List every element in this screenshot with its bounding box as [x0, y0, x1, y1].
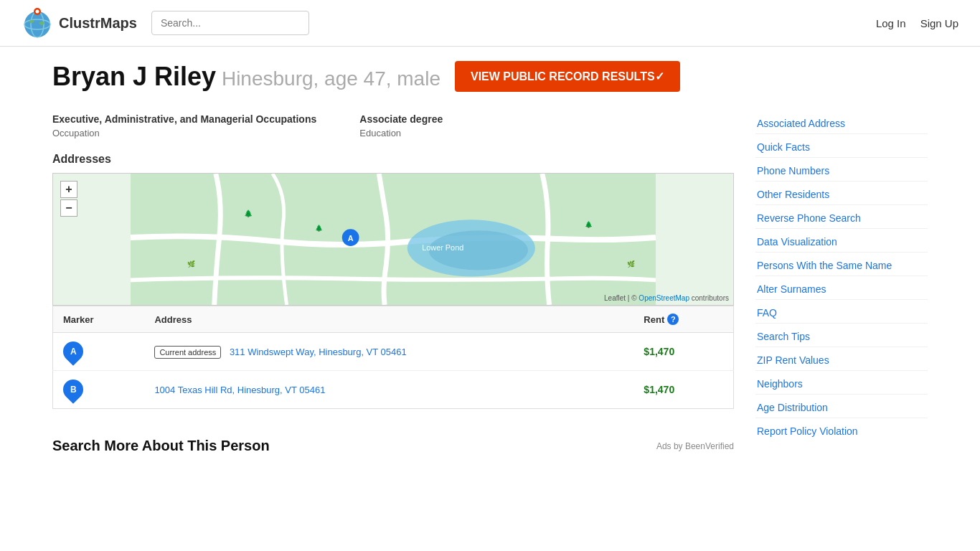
- sidebar-item-reverse-phone-search[interactable]: Reverse Phone Search: [755, 208, 928, 229]
- svg-text:🌿: 🌿: [187, 260, 196, 268]
- sidebar-item-neighbors[interactable]: Neighbors: [755, 374, 928, 395]
- svg-point-4: [36, 10, 39, 14]
- person-name: Bryan J Riley: [52, 62, 216, 91]
- header: ClustrMaps Log In Sign Up: [0, 0, 980, 47]
- sidebar-item-data-visualization[interactable]: Data Visualization: [755, 232, 928, 253]
- education-title: Associate degree: [359, 113, 443, 125]
- sidebar-item-quick-facts[interactable]: Quick Facts: [755, 137, 928, 158]
- address-cell-a: Current address 311 Windswept Way, Hines…: [144, 333, 633, 371]
- svg-text:A: A: [348, 234, 354, 242]
- rent-cell-a: $1,470: [633, 333, 733, 371]
- addresses-section-title: Addresses: [52, 153, 734, 166]
- sidebar-item-associated-address[interactable]: Associated Address: [755, 113, 928, 134]
- logo-area: ClustrMaps: [22, 7, 137, 39]
- rent-value-a: $1,470: [644, 346, 674, 357]
- col-address: Address: [144, 306, 633, 333]
- sidebar-item-alter-surnames[interactable]: Alter Surnames: [755, 279, 928, 300]
- search-more-header: Search More About This Person Ads by Bee…: [52, 438, 734, 454]
- col-marker: Marker: [53, 306, 145, 333]
- sidebar-nav: Associated Address Quick Facts Phone Num…: [755, 113, 928, 441]
- svg-text:🌲: 🌲: [585, 220, 593, 229]
- page-title: Bryan J Riley Hinesburg, age 47, male: [52, 62, 440, 92]
- login-link[interactable]: Log In: [876, 17, 906, 29]
- rent-cell-b: $1,470: [633, 371, 733, 409]
- address-cell-b: 1004 Texas Hill Rd, Hinesburg, VT 05461: [144, 371, 633, 409]
- sidebar: Associated Address Quick Facts Phone Num…: [755, 113, 928, 441]
- info-section: Executive, Administrative, and Manageria…: [52, 113, 734, 138]
- signup-link[interactable]: Sign Up: [920, 17, 958, 29]
- occupation-block: Executive, Administrative, and Manageria…: [52, 113, 316, 138]
- marker-cell-a: A: [53, 333, 145, 371]
- sidebar-item-report-policy-violation[interactable]: Report Policy Violation: [755, 421, 928, 441]
- map-container: 🌲 🌲 🌿 🌲 🌿 Lower Pond A + − Leaflet |: [52, 173, 734, 306]
- search-more-title: Search More About This Person: [52, 438, 270, 454]
- sidebar-item-other-residents[interactable]: Other Residents: [755, 184, 928, 205]
- rent-header: Rent ?: [644, 314, 723, 325]
- svg-text:🌲: 🌲: [315, 224, 324, 232]
- zoom-in-button[interactable]: +: [60, 181, 77, 198]
- search-input[interactable]: [151, 11, 309, 35]
- svg-text:🌿: 🌿: [627, 260, 636, 268]
- col-rent: Rent ?: [633, 306, 733, 333]
- marker-cell-b: B: [53, 371, 145, 409]
- address-link-b[interactable]: 1004 Texas Hill Rd, Hinesburg, VT 05461: [154, 385, 325, 395]
- occupation-title: Executive, Administrative, and Manageria…: [52, 113, 316, 125]
- sidebar-item-zip-rent-values[interactable]: ZIP Rent Values: [755, 350, 928, 371]
- rent-value-b: $1,470: [644, 384, 674, 395]
- current-address-tag: Current address: [154, 346, 221, 359]
- table-row: B 1004 Texas Hill Rd, Hinesburg, VT 0546…: [53, 371, 734, 409]
- content-layout: Executive, Administrative, and Manageria…: [52, 113, 928, 457]
- search-more-section: Search More About This Person Ads by Bee…: [52, 430, 734, 454]
- person-details: Hinesburg, age 47, male: [222, 67, 440, 90]
- education-block: Associate degree Education: [359, 113, 443, 138]
- ads-label: Ads by BeenVerified: [656, 441, 734, 451]
- sidebar-item-age-distribution[interactable]: Age Distribution: [755, 397, 928, 418]
- marker-badge-a: A: [59, 337, 88, 366]
- view-record-button[interactable]: VIEW PUBLIC RECORD RESULTS✓: [455, 61, 680, 92]
- sidebar-item-phone-numbers[interactable]: Phone Numbers: [755, 161, 928, 182]
- svg-point-0: [24, 11, 50, 37]
- map-controls: + −: [60, 181, 77, 217]
- sidebar-item-faq[interactable]: FAQ: [755, 303, 928, 324]
- main-container: Bryan J Riley Hinesburg, age 47, male VI…: [31, 47, 949, 471]
- occupation-label: Occupation: [52, 128, 316, 138]
- logo-icon: [22, 7, 53, 39]
- map-attribution: Leaflet | © OpenStreetMap contributors: [604, 294, 729, 302]
- address-link-a[interactable]: 311 Windswept Way, Hinesburg, VT 05461: [230, 347, 407, 357]
- address-table: Marker Address Rent ?: [52, 306, 734, 409]
- rent-info-icon[interactable]: ?: [667, 314, 679, 325]
- marker-badge-b: B: [59, 375, 88, 404]
- table-header-row: Marker Address Rent ?: [53, 306, 734, 333]
- logo-text: ClustrMaps: [59, 15, 137, 32]
- sidebar-item-search-tips[interactable]: Search Tips: [755, 326, 928, 347]
- zoom-out-button[interactable]: −: [60, 199, 77, 217]
- main-content: Executive, Administrative, and Manageria…: [52, 113, 734, 457]
- osm-link[interactable]: OpenStreetMap: [639, 294, 689, 302]
- svg-text:🌲: 🌲: [244, 209, 253, 218]
- education-label: Education: [359, 128, 443, 138]
- person-header: Bryan J Riley Hinesburg, age 47, male VI…: [52, 61, 928, 92]
- header-nav: Log In Sign Up: [876, 17, 958, 29]
- table-row: A Current address 311 Windswept Way, Hin…: [53, 333, 734, 371]
- svg-text:Lower Pond: Lower Pond: [422, 243, 463, 252]
- map-svg: 🌲 🌲 🌿 🌲 🌿 Lower Pond A: [53, 174, 733, 305]
- sidebar-item-persons-same-name[interactable]: Persons With the Same Name: [755, 255, 928, 276]
